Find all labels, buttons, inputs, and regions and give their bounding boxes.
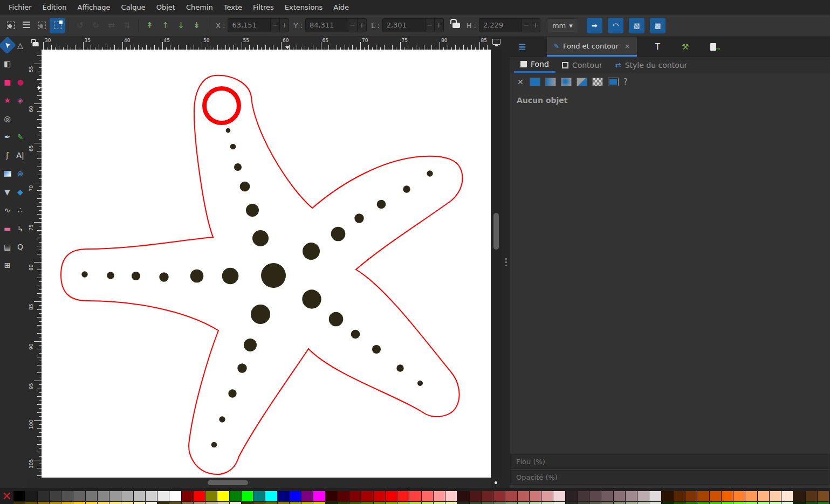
palette-swatch[interactable]: [338, 491, 349, 501]
palette-swatch[interactable]: [626, 502, 637, 504]
palette-swatch[interactable]: [482, 491, 493, 501]
palette-swatch[interactable]: [169, 491, 181, 501]
tab-fill-and-stroke[interactable]: ✎ Fond et contour ×: [547, 37, 637, 57]
palette-swatch[interactable]: [338, 502, 349, 504]
flip-horizontal-button[interactable]: ⇄: [104, 18, 119, 33]
palette-swatch[interactable]: [470, 491, 482, 501]
spiral-tool-button[interactable]: ◎: [1, 112, 13, 125]
palette-swatch[interactable]: [470, 502, 482, 504]
palette-swatch[interactable]: [637, 502, 649, 504]
measure-tool-button[interactable]: ▤: [1, 240, 13, 253]
palette-swatch[interactable]: [217, 491, 229, 501]
palette-swatch[interactable]: [361, 502, 373, 504]
starfish-dot[interactable]: [159, 272, 168, 281]
x-increment-button[interactable]: +: [279, 19, 289, 32]
palette-swatch[interactable]: [242, 491, 253, 501]
pages-tool-button[interactable]: ⊞: [1, 259, 13, 272]
horizontal-scrollbar-thumb[interactable]: [208, 480, 248, 485]
palette-swatch[interactable]: [121, 491, 133, 501]
height-decrement-button[interactable]: −: [522, 19, 531, 32]
starfish-dot[interactable]: [107, 272, 114, 279]
canvas-page[interactable]: [42, 50, 491, 478]
palette-swatch[interactable]: [230, 502, 242, 504]
starfish-dot[interactable]: [261, 263, 286, 288]
palette-swatch[interactable]: [589, 502, 601, 504]
starfish-dot[interactable]: [377, 200, 386, 209]
starfish-dot[interactable]: [329, 312, 344, 327]
palette-swatch[interactable]: [493, 502, 505, 504]
flat-color-button[interactable]: [530, 78, 540, 86]
unit-select[interactable]: mm ▾: [547, 18, 578, 32]
palette-swatch[interactable]: [601, 502, 613, 504]
select-all-button[interactable]: [3, 18, 18, 33]
palette-swatch[interactable]: [553, 491, 565, 501]
palette-swatch[interactable]: [758, 502, 770, 504]
starfish-dot[interactable]: [331, 227, 346, 241]
starfish-dot[interactable]: [396, 364, 403, 371]
palette-swatch[interactable]: [518, 502, 530, 504]
scale-corners-toggle[interactable]: ◠: [608, 18, 623, 33]
menu-aide[interactable]: Aide: [328, 1, 354, 13]
unknown-paint-button[interactable]: ?: [623, 77, 628, 87]
palette-swatch[interactable]: [134, 502, 146, 504]
vertical-scrollbar[interactable]: [491, 50, 502, 478]
palette-swatch[interactable]: [697, 491, 709, 501]
palette-swatch[interactable]: [601, 491, 613, 501]
palette-swatch[interactable]: [230, 491, 242, 501]
palette-swatch[interactable]: [733, 491, 745, 501]
guides-lock-icon[interactable]: [32, 42, 38, 46]
scale-stroke-toggle[interactable]: ➡: [587, 18, 602, 33]
palette-swatch[interactable]: [457, 502, 469, 504]
palette-swatch[interactable]: [710, 491, 722, 501]
starfish-dot[interactable]: [251, 305, 270, 324]
palette-swatch[interactable]: [710, 502, 722, 504]
palette-swatch[interactable]: [146, 502, 157, 504]
palette-swatch[interactable]: [409, 491, 421, 501]
pencil-tool-button[interactable]: ✎: [14, 130, 26, 143]
palette-swatch[interactable]: [662, 491, 674, 501]
palette-swatch[interactable]: [781, 491, 793, 501]
flip-vertical-button[interactable]: ⇅: [119, 18, 135, 33]
selection-box-toggle[interactable]: [50, 18, 65, 33]
palette-swatch[interactable]: [13, 491, 25, 501]
palette-swatch[interactable]: [109, 502, 121, 504]
palette-swatch[interactable]: [397, 491, 409, 501]
palette-swatch[interactable]: [685, 502, 697, 504]
starfish-dot[interactable]: [234, 163, 242, 171]
palette-swatch[interactable]: [422, 502, 434, 504]
menu-fichier[interactable]: Fichier: [3, 1, 37, 13]
starfish-dot[interactable]: [246, 204, 259, 217]
palette-swatch[interactable]: [313, 491, 325, 501]
starfish-dot[interactable]: [302, 289, 321, 308]
palette-swatch[interactable]: [349, 491, 361, 501]
raise-button[interactable]: ↑: [157, 18, 173, 33]
starfish-dot[interactable]: [354, 213, 363, 223]
palette-swatch[interactable]: [793, 491, 805, 501]
opacity-slider[interactable]: Opacité (%): [510, 470, 829, 485]
mesh-gradient-tool-button[interactable]: ⊛: [14, 167, 26, 180]
palette-swatch[interactable]: [662, 502, 674, 504]
palette-swatch[interactable]: [349, 502, 361, 504]
lower-button[interactable]: ↓: [173, 18, 189, 33]
menu-objet[interactable]: Objet: [151, 1, 181, 13]
menu-filtres[interactable]: Filtres: [248, 1, 279, 13]
palette-swatch[interactable]: [578, 502, 589, 504]
tab-fill[interactable]: Fond: [514, 57, 555, 73]
starfish-dot[interactable]: [417, 381, 423, 386]
swatch-button[interactable]: [608, 78, 619, 86]
tab-objects[interactable]: ≣: [510, 37, 535, 57]
palette-swatch[interactable]: [25, 502, 37, 504]
starfish-dot[interactable]: [303, 243, 320, 260]
palette-swatch[interactable]: [457, 491, 469, 501]
palette-swatch[interactable]: [157, 502, 169, 504]
palette-swatch[interactable]: [818, 502, 829, 504]
raise-to-top-button[interactable]: ↟: [142, 18, 157, 33]
palette-swatch[interactable]: [86, 502, 98, 504]
display-color-management-icon[interactable]: [492, 39, 500, 45]
width-increment-button[interactable]: +: [434, 19, 443, 32]
horizontal-ruler[interactable]: 303540455055606570758085: [42, 37, 491, 50]
starfish-dot[interactable]: [190, 270, 204, 283]
menu-extensions[interactable]: Extensions: [279, 1, 328, 13]
palette-swatch[interactable]: [518, 491, 530, 501]
palette-no-color[interactable]: ✕: [0, 488, 13, 504]
